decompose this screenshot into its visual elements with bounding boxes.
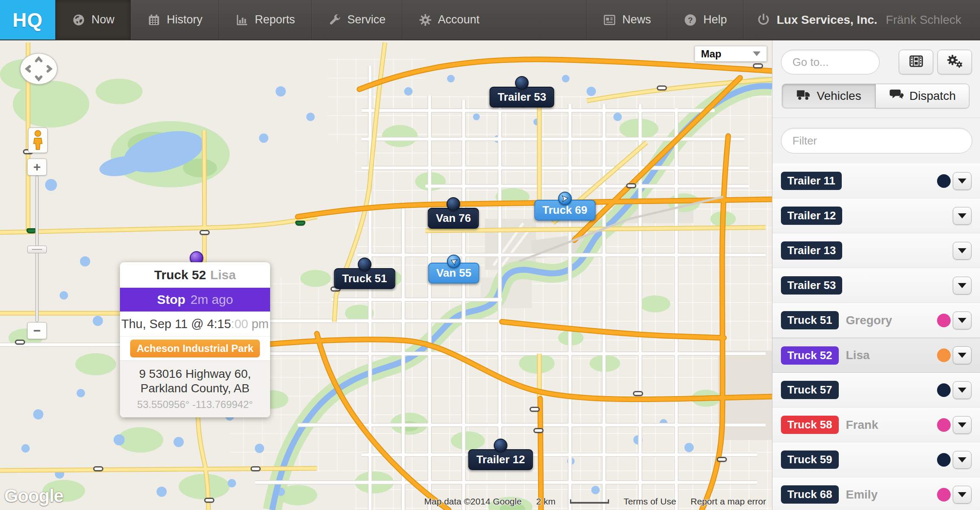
nav-account-menu[interactable]: Lux Services, Inc. Fränk Schleck (743, 0, 980, 40)
map-type-label: Map (701, 48, 721, 60)
nav-item-help[interactable]: ? Help (667, 0, 743, 40)
street-view-pegman[interactable] (28, 128, 48, 153)
map-marker-truck-51[interactable]: Truck 51 (334, 258, 395, 289)
tab-vehicles[interactable]: Vehicles (782, 84, 876, 108)
timestamp-main: Thu, Sep 11 @ 4:15 (121, 317, 231, 331)
gears-icon (946, 54, 963, 71)
vehicle-status-dot (937, 418, 951, 432)
map-marker-trailer-53[interactable]: Trailer 53 (490, 76, 554, 108)
chart-icon (235, 13, 249, 27)
address-line-2: Parkland County, AB (124, 381, 266, 396)
calendar-icon (147, 13, 161, 27)
status-ago: 2m ago (191, 292, 233, 307)
vehicle-row-trailer-11[interactable]: Trailer 11 (772, 164, 980, 198)
vehicle-status-dot (937, 314, 951, 327)
vehicle-marker-dot (515, 76, 529, 90)
chat-bubble-icon (889, 88, 904, 104)
vehicle-marker-label: Trailer 12 (468, 449, 533, 470)
vehicle-dropdown-button[interactable] (953, 346, 971, 364)
chevron-down-icon (958, 318, 966, 323)
terms-link[interactable]: Terms of Use (624, 496, 676, 507)
goto-input[interactable] (781, 50, 880, 74)
nav-item-reports[interactable]: Reports (219, 0, 311, 40)
map-data-credit: Map data ©2014 Google (424, 496, 521, 507)
map-marker-van-76[interactable]: Van 76 (428, 197, 479, 229)
map-type-selector[interactable]: Map (695, 46, 767, 62)
vehicle-row-trailer-53[interactable]: Trailer 53 (772, 268, 980, 303)
vehicle-dropdown-button[interactable] (953, 312, 971, 329)
nav-item-history[interactable]: History (131, 0, 219, 40)
vehicle-dropdown-button[interactable] (953, 172, 971, 190)
hq-logo[interactable]: HQ (0, 0, 55, 40)
filter-input[interactable] (781, 128, 972, 153)
report-error-link[interactable]: Report a map error (691, 496, 766, 507)
help-icon: ? (684, 13, 697, 27)
chevron-down-icon (958, 492, 966, 497)
popup-title: Truck 52 Lisa (120, 262, 270, 288)
timestamp-ampm: pm (251, 317, 268, 331)
vehicle-dropdown-button[interactable] (953, 451, 971, 469)
zoom-out-button[interactable]: − (27, 322, 47, 339)
chevron-down-icon (958, 213, 966, 218)
vehicle-row-trailer-12[interactable]: Trailer 12 (772, 198, 980, 233)
vehicle-row-trailer-13[interactable]: Trailer 13 (772, 233, 980, 268)
vehicle-marker-dot (494, 439, 507, 452)
vehicle-row-truck-51[interactable]: Truck 51 Gregory (772, 303, 980, 338)
vehicle-name-badge: Truck 51 (781, 311, 839, 329)
vehicle-status-dot (937, 383, 951, 397)
vehicle-row-truck-57[interactable]: Truck 57 (772, 373, 980, 408)
nav-item-account[interactable]: Account (402, 0, 496, 40)
vehicle-name-badge: Trailer 53 (781, 276, 842, 295)
vehicle-row-truck-58[interactable]: Truck 58 Frank (772, 408, 980, 442)
gear-icon (419, 13, 432, 27)
zoom-slider-handle[interactable] (27, 246, 47, 253)
nav-item-now[interactable]: Now (55, 0, 131, 40)
vehicle-marker-label: Truck 51 (334, 268, 395, 289)
vehicle-name-badge: Truck 68 (781, 485, 839, 504)
location-badge[interactable]: Acheson Industrial Park (130, 340, 260, 357)
settings-button[interactable] (937, 50, 972, 74)
vehicle-row-truck-52[interactable]: Truck 52 Lisa (772, 338, 980, 373)
vehicle-dropdown-button[interactable] (953, 277, 971, 295)
chevron-down-icon (753, 51, 761, 56)
map-marker-van-55[interactable]: Van 55 (428, 255, 479, 283)
vehicle-name-badge: Truck 59 (781, 450, 839, 469)
sidebar: Vehicles Dispatch Trailer 11 Trailer 12 (772, 40, 980, 510)
vehicle-dropdown-button[interactable] (953, 381, 971, 399)
vehicle-dropdown-button[interactable] (953, 207, 971, 225)
chevron-down-icon (958, 457, 966, 462)
chevron-down-icon (958, 178, 966, 184)
vehicle-name-badge: Truck 57 (781, 381, 839, 399)
vehicle-status-dot (937, 174, 951, 188)
popup-vehicle-name: Truck 52 (154, 268, 206, 282)
vehicle-info-popup: Truck 52 Lisa Stop 2m ago Thu, Sep 11 @ … (120, 262, 270, 417)
chevron-down-icon (958, 353, 966, 358)
vehicle-marker-label: Trailer 53 (490, 87, 554, 108)
power-icon (756, 13, 771, 27)
vehicle-dropdown-button[interactable] (953, 486, 971, 504)
map-marker-truck-69[interactable]: Truck 69 (534, 192, 595, 221)
media-button[interactable] (899, 50, 933, 74)
vehicle-driver-name: Lisa (846, 348, 870, 362)
vehicle-status-dot (937, 488, 951, 502)
tab-dispatch[interactable]: Dispatch (875, 84, 969, 108)
tab-dispatch-label: Dispatch (909, 89, 956, 103)
timestamp-seconds: :00 (231, 317, 248, 331)
vehicle-status-dot (937, 453, 951, 467)
zoom-in-button[interactable]: + (27, 159, 47, 176)
sidebar-divider (772, 118, 980, 118)
vehicle-row-truck-68[interactable]: Truck 68 Emily (772, 477, 980, 510)
vehicle-dropdown-button[interactable] (953, 416, 971, 434)
map-marker-trailer-12[interactable]: Trailer 12 (468, 439, 533, 470)
vehicle-row-truck-59[interactable]: Truck 59 (772, 442, 980, 477)
nav-item-news[interactable]: News (586, 0, 667, 40)
vehicle-driver-name: Frank (846, 418, 878, 432)
map-canvas[interactable]: Trailer 53 Van 76 Truck 69 Truck 51 Van … (0, 40, 772, 510)
vehicle-status-dot (937, 348, 951, 362)
nav-item-service[interactable]: Service (311, 0, 402, 40)
scale-bar (570, 499, 609, 504)
scale-label: 2 km (536, 496, 556, 507)
vehicle-dropdown-button[interactable] (953, 242, 971, 260)
vehicle-name-badge: Truck 58 (781, 416, 839, 434)
map-pan-control[interactable] (20, 53, 57, 85)
